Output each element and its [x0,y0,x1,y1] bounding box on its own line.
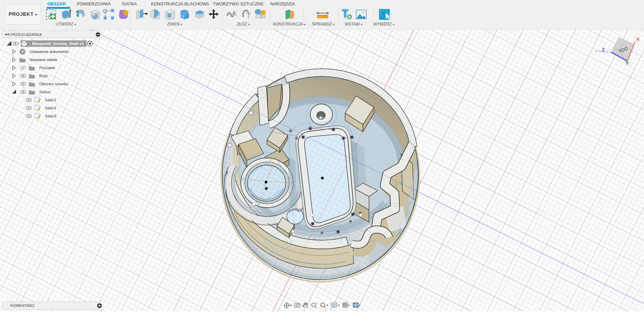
svg-text:Szkic3: Szkic3 [45,114,56,118]
svg-text:Szkic1: Szkic1 [45,98,56,102]
svg-text:X: X [636,37,640,42]
svg-text:Blaupunkt_Gotowy_finall v1: Blaupunkt_Gotowy_finall v1 [32,42,84,46]
svg-text:Ustawienia dokumentu: Ustawienia dokumentu [30,50,68,54]
svg-text:Nazwane widoki: Nazwane widoki [30,58,57,62]
svg-text:Z: Z [602,47,605,52]
svg-text:±: ± [316,302,317,305]
svg-text:Bryły: Bryły [39,74,48,78]
svg-text:Obszary rysunku: Obszary rysunku [39,82,68,86]
svg-text:Szkice: Szkice [39,90,51,94]
svg-text:Początek: Początek [39,66,55,70]
svg-text:Szkic2: Szkic2 [45,106,56,110]
